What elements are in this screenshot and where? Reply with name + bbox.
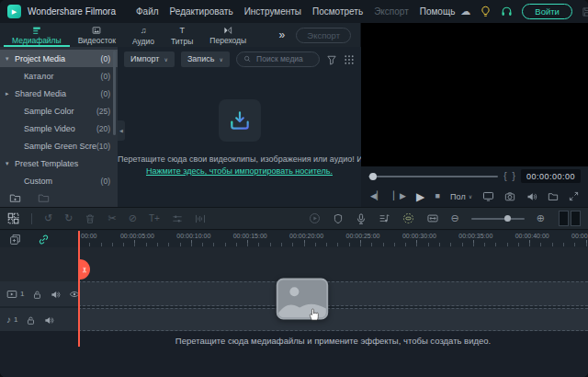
render-preview-icon[interactable] bbox=[309, 212, 321, 225]
fit-timeline-icon[interactable] bbox=[559, 211, 581, 226]
search-box[interactable] bbox=[236, 51, 320, 67]
sidebar-item[interactable]: Sample Video(20) bbox=[0, 120, 118, 137]
lock-icon[interactable] bbox=[32, 286, 42, 303]
video-track-lane[interactable] bbox=[78, 281, 588, 306]
undo-icon[interactable]: ↺ bbox=[44, 212, 52, 224]
tree-arrow-icon[interactable]: ▾ bbox=[6, 55, 15, 63]
title-bar: ▶ Wondershare Filmora ФайлРедактироватьИ… bbox=[0, 0, 588, 23]
mute-icon[interactable] bbox=[44, 312, 54, 328]
menu-item[interactable]: Посмотреть bbox=[307, 5, 368, 18]
speaker-icon[interactable] bbox=[526, 191, 537, 202]
export-button[interactable]: Экспорт bbox=[296, 28, 351, 43]
mark-in-icon[interactable]: { bbox=[503, 172, 506, 181]
filter-icon[interactable] bbox=[326, 51, 337, 67]
lock-icon[interactable] bbox=[26, 312, 36, 328]
tab-media-files[interactable]: Медиафайлы bbox=[4, 23, 70, 47]
zoom-out-icon[interactable]: ⊖ bbox=[451, 212, 459, 224]
download-icon bbox=[228, 109, 252, 132]
keyframe-icon[interactable] bbox=[402, 212, 414, 225]
auto-ripple-icon[interactable] bbox=[426, 212, 439, 225]
timecode-display: 00:00:00:00 bbox=[521, 169, 581, 183]
marker-icon[interactable] bbox=[333, 212, 344, 224]
media-drop-zone[interactable]: Перетащите сюда свои видеоклипы, изображ… bbox=[118, 71, 361, 207]
quality-dropdown[interactable]: Пол ∨ bbox=[450, 192, 472, 201]
save-icon[interactable] bbox=[582, 6, 588, 17]
filmora-window: ▶ Wondershare Filmora ФайлРедактироватьИ… bbox=[0, 0, 588, 377]
import-media-button[interactable] bbox=[219, 99, 261, 142]
play-button[interactable]: ▶ bbox=[416, 191, 424, 202]
video-track-number: 1 bbox=[20, 290, 24, 298]
delete-icon[interactable] bbox=[85, 212, 96, 224]
audio-mixer-icon[interactable] bbox=[379, 212, 390, 225]
menu-item[interactable]: Редактировать bbox=[164, 5, 239, 18]
sidebar-item[interactable]: Sample Color(25) bbox=[0, 102, 118, 120]
sidebar-item-label: Shared Media bbox=[15, 89, 101, 98]
tab-stock-media[interactable]: Видеосток bbox=[70, 23, 124, 47]
lightbulb-icon[interactable] bbox=[480, 6, 492, 17]
timeline-hint-text: Перетащите сюда медиафайлы и примените э… bbox=[78, 336, 588, 346]
redo-icon[interactable]: ↻ bbox=[64, 212, 73, 224]
sidebar-item[interactable]: ▾Project Media(0) bbox=[0, 50, 118, 67]
tab-transitions[interactable]: Переходы bbox=[201, 23, 254, 47]
stop-button[interactable]: ■ bbox=[435, 192, 439, 200]
next-frame-button[interactable]: ▏▶ bbox=[393, 192, 406, 200]
sidebar-item[interactable]: Sample Green Scre...(10) bbox=[0, 137, 118, 154]
zoom-slider-knob[interactable] bbox=[504, 215, 511, 222]
sidebar-item[interactable]: Каталог(0) bbox=[0, 67, 118, 85]
workspace-layout-icon[interactable] bbox=[7, 212, 19, 225]
fullscreen-icon[interactable] bbox=[569, 191, 579, 201]
tree-arrow-icon[interactable]: ▸ bbox=[6, 90, 15, 97]
voiceover-mic-icon[interactable] bbox=[356, 212, 367, 224]
item-count: (20) bbox=[96, 124, 110, 133]
link-clips-icon[interactable] bbox=[38, 231, 50, 247]
tree-arrow-icon[interactable]: ▾ bbox=[6, 160, 15, 167]
playhead[interactable] bbox=[78, 231, 80, 347]
menu-item[interactable]: Экспорт bbox=[368, 5, 414, 18]
menu-item[interactable]: Помощь bbox=[414, 5, 461, 18]
audio-track-header: ♪ 1 bbox=[0, 308, 78, 331]
more-tabs-icon[interactable]: » bbox=[279, 29, 286, 41]
manage-tracks-icon[interactable] bbox=[9, 231, 21, 247]
menu-item[interactable]: Инструменты bbox=[239, 5, 307, 18]
mark-out-icon[interactable]: } bbox=[513, 172, 515, 181]
sidebar-item[interactable]: ▾Preset Templates bbox=[0, 154, 118, 172]
item-count: (0) bbox=[101, 72, 110, 81]
menu-item[interactable]: Файл bbox=[130, 5, 164, 18]
mute-icon[interactable] bbox=[51, 286, 61, 303]
seek-bar[interactable] bbox=[368, 176, 498, 177]
record-button[interactable]: Запись ∨ bbox=[181, 51, 230, 67]
app-logo-icon: ▶ bbox=[7, 5, 21, 18]
track-tools bbox=[0, 231, 78, 247]
ruler-label: 00:00:30:00 bbox=[402, 233, 436, 239]
new-folder-icon[interactable] bbox=[9, 189, 21, 206]
zoom-in-icon[interactable]: ⊕ bbox=[537, 212, 545, 224]
silence-detect-icon[interactable] bbox=[195, 212, 206, 224]
tab-audio[interactable]: ♫ Аудио bbox=[124, 23, 163, 47]
view-grid-icon[interactable] bbox=[344, 51, 355, 67]
cloud-icon[interactable]: ☁ bbox=[460, 6, 470, 17]
import-button[interactable]: Импорт ∨ bbox=[124, 51, 175, 67]
headset-icon[interactable] bbox=[501, 6, 513, 17]
crop-icon[interactable]: ⊘ bbox=[129, 212, 137, 224]
split-icon[interactable]: ✂ bbox=[107, 212, 116, 224]
search-input[interactable] bbox=[254, 53, 312, 64]
sidebar-scrollbar[interactable] bbox=[113, 51, 116, 135]
tab-titles[interactable]: T Титры bbox=[163, 23, 201, 47]
sidebar-item[interactable]: ▸Shared Media(0) bbox=[0, 85, 118, 102]
sidebar-item[interactable]: Custom(0) bbox=[0, 172, 118, 189]
seek-knob[interactable] bbox=[369, 173, 377, 180]
timeline-zoom-slider[interactable] bbox=[471, 218, 525, 220]
audio-track-lane[interactable] bbox=[78, 308, 588, 331]
stock-media-icon bbox=[92, 26, 101, 35]
display-device-icon[interactable] bbox=[482, 190, 494, 202]
toolbar-divider bbox=[31, 213, 32, 224]
ruler-label: 00:00:45:00 bbox=[571, 233, 588, 239]
project-folder-icon[interactable] bbox=[548, 191, 559, 202]
snapshot-icon[interactable] bbox=[504, 191, 515, 202]
previous-frame-button[interactable]: ◀▏ bbox=[370, 192, 383, 200]
add-text-icon[interactable]: T+ bbox=[149, 213, 160, 223]
login-button[interactable]: Войти bbox=[522, 4, 572, 19]
import-media-link[interactable]: Нажмите здесь, чтобы импортировать носит… bbox=[118, 166, 361, 176]
adjust-icon[interactable] bbox=[172, 212, 183, 224]
delete-folder-icon[interactable] bbox=[38, 189, 50, 206]
